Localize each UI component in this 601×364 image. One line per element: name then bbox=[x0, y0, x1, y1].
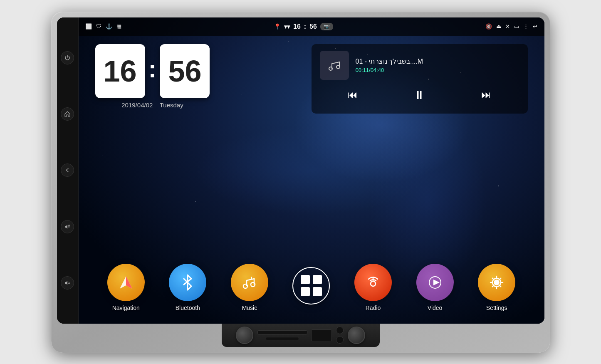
status-center: 📍 ▾▾ 16 : 56 📷 bbox=[274, 23, 333, 30]
screen-assembly: ⬜ 🛡 ⚓ ▦ 📍 ▾▾ 16 : 56 📷 🔇 ⏏ ✕ ▭ bbox=[57, 17, 544, 324]
home-status-icon: ⬜ bbox=[85, 23, 92, 30]
eject-icon: ⏏ bbox=[496, 23, 501, 30]
status-bar: ⬜ 🛡 ⚓ ▦ 📍 ▾▾ 16 : 56 📷 🔇 ⏏ ✕ ▭ bbox=[79, 17, 544, 36]
status-right-icons: 🔇 ⏏ ✕ ▭ ⋮ ↩ bbox=[485, 23, 537, 30]
settings-label: Settings bbox=[486, 305, 507, 311]
app-grid: Navigation Bluetooth bbox=[95, 264, 528, 315]
location-icon: 📍 bbox=[274, 23, 281, 30]
music-controls: ⏮ ⏸ ⏭ bbox=[320, 83, 519, 107]
volume-down-button[interactable] bbox=[61, 276, 74, 290]
widgets-row: 16 : 56 2019/04/02 Tuesday bbox=[95, 44, 528, 114]
home-button[interactable] bbox=[61, 107, 74, 121]
back-nav-icon: ↩ bbox=[533, 23, 537, 30]
video-label: Video bbox=[428, 305, 443, 311]
status-time-min: 56 bbox=[309, 23, 317, 30]
app-bluetooth[interactable]: Bluetooth bbox=[169, 264, 206, 311]
mount-knob-left bbox=[236, 327, 253, 344]
clock-widget: 16 : 56 2019/04/02 Tuesday bbox=[95, 44, 210, 109]
power-button[interactable] bbox=[61, 51, 74, 64]
music-label: Music bbox=[242, 305, 257, 311]
navigation-icon bbox=[107, 264, 145, 301]
video-icon bbox=[416, 264, 454, 301]
app-settings[interactable]: Settings bbox=[478, 264, 515, 311]
app-apps[interactable] bbox=[292, 267, 330, 308]
status-left-icons: ⬜ 🛡 ⚓ ▦ bbox=[85, 23, 121, 30]
main-screen: ⬜ 🛡 ⚓ ▦ 📍 ▾▾ 16 : 56 📷 🔇 ⏏ ✕ ▭ bbox=[79, 17, 544, 324]
svg-marker-6 bbox=[126, 276, 132, 289]
app-navigation[interactable]: Navigation bbox=[107, 264, 145, 311]
music-top: 01 - בשבילך נוצרתי....M 00:11/04:40 bbox=[320, 51, 519, 80]
prev-button[interactable]: ⏮ bbox=[343, 87, 363, 102]
play-pause-button[interactable]: ⏸ bbox=[408, 87, 430, 104]
radio-label: Radio bbox=[366, 305, 381, 311]
volume-up-button[interactable] bbox=[61, 220, 74, 233]
time-colon: : bbox=[304, 23, 306, 30]
music-album-art bbox=[320, 51, 349, 80]
clock-date: 2019/04/02 Tuesday bbox=[121, 102, 183, 109]
mount-port bbox=[311, 329, 332, 341]
next-button[interactable]: ⏭ bbox=[476, 87, 496, 102]
car-head-unit: ⬜ 🛡 ⚓ ▦ 📍 ▾▾ 16 : 56 📷 🔇 ⏏ ✕ ▭ bbox=[51, 12, 550, 353]
back-button[interactable] bbox=[61, 163, 74, 177]
storage-status-icon: ▦ bbox=[116, 23, 121, 30]
bottom-mount bbox=[222, 324, 380, 347]
overflow-icon: ⋮ bbox=[523, 23, 529, 30]
music-title: 01 - בשבילך נוצרתי....M bbox=[356, 57, 519, 65]
music-icon bbox=[231, 264, 268, 301]
svg-point-16 bbox=[495, 280, 499, 285]
clock-colon: : bbox=[148, 54, 157, 83]
usb-status-icon: ⚓ bbox=[106, 23, 112, 30]
clock-minutes: 56 bbox=[160, 44, 210, 98]
close-icon: ✕ bbox=[505, 23, 510, 30]
mute-icon: 🔇 bbox=[485, 23, 492, 30]
music-time: 00:11/04:40 bbox=[356, 67, 519, 73]
svg-marker-12 bbox=[433, 280, 440, 285]
wifi-icon: ▾▾ bbox=[284, 23, 290, 30]
camera-status-badge: 📷 bbox=[320, 23, 333, 30]
app-music[interactable]: Music bbox=[231, 264, 268, 311]
status-time: 16 bbox=[293, 23, 301, 30]
bluetooth-label: Bluetooth bbox=[176, 305, 200, 311]
clock-hours: 16 bbox=[95, 44, 145, 98]
window-icon: ▭ bbox=[514, 23, 519, 30]
shield-status-icon: 🛡 bbox=[96, 23, 101, 30]
main-content: 16 : 56 2019/04/02 Tuesday bbox=[79, 36, 544, 324]
navigation-label: Navigation bbox=[112, 305, 140, 311]
mount-knob-right bbox=[348, 327, 365, 344]
settings-icon bbox=[478, 264, 515, 301]
mount-slot bbox=[257, 330, 307, 334]
bluetooth-icon bbox=[169, 264, 206, 301]
svg-point-9 bbox=[371, 281, 376, 286]
app-video[interactable]: Video bbox=[416, 264, 454, 311]
clock-digits: 16 : 56 bbox=[95, 44, 210, 98]
radio-icon bbox=[354, 264, 392, 301]
app-radio[interactable]: Radio bbox=[354, 264, 392, 311]
side-button-panel bbox=[57, 17, 79, 324]
music-info: 01 - בשבילך נוצרתי....M 00:11/04:40 bbox=[356, 57, 519, 73]
music-widget[interactable]: 01 - בשבילך נוצרתי....M 00:11/04:40 ⏮ ⏸ … bbox=[312, 44, 528, 114]
apps-icon bbox=[292, 267, 330, 305]
